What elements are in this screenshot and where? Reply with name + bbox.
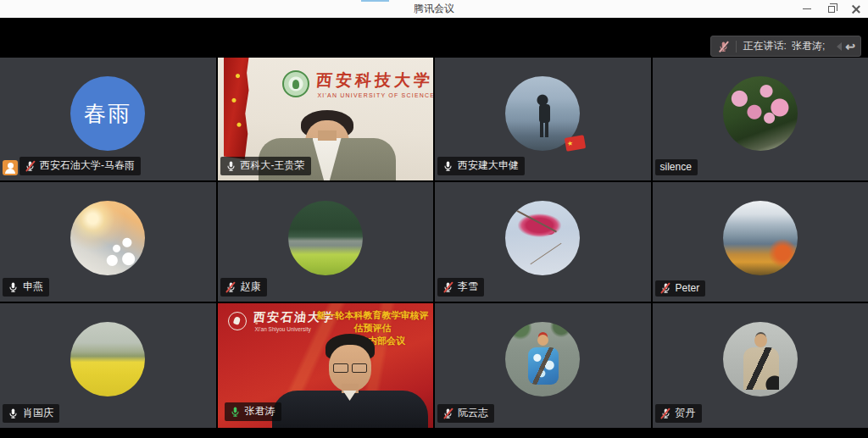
mic-on-icon <box>8 281 19 293</box>
photo-avatar <box>723 201 798 275</box>
university-name-en: XI'AN UNIVERSITY OF SCIENCE AND TECHNOLO… <box>318 92 434 98</box>
participant-tile-peter[interactable]: Peter <box>653 182 868 302</box>
nameplate: 西科大-王贵荣 <box>220 157 311 175</box>
participant-tile-hedan[interactable]: 贺丹 <box>653 303 868 428</box>
photo-avatar <box>505 322 580 396</box>
mic-on-icon <box>225 160 236 172</box>
host-badge-icon <box>3 160 18 175</box>
university-logo <box>282 70 309 97</box>
video-grid: 春雨 西安石油大学-马春雨 西安科技大学 XI'AN UNIVERSITY OF… <box>0 58 868 428</box>
photo-avatar <box>288 201 363 275</box>
participant-tile-ruanyunzhi[interactable]: 阮云志 <box>435 303 651 428</box>
minimize-button[interactable] <box>794 0 819 18</box>
mic-on-icon <box>8 408 19 419</box>
nameplate: 申燕 <box>3 278 49 297</box>
participant-tile-xiaoguoqing[interactable]: 肖国庆 <box>0 303 216 428</box>
participant-name: 西安石油大学-马春雨 <box>40 158 135 173</box>
participant-tile-machunyu[interactable]: 春雨 西安石油大学-马春雨 <box>0 58 216 180</box>
initials-avatar: 春雨 <box>70 76 145 151</box>
participant-name: 贺丹 <box>676 406 696 420</box>
participant-name: 西科大-王贵荣 <box>241 158 305 173</box>
participant-tile-zhaokang[interactable]: 赵康 <box>218 182 434 302</box>
photo-avatar <box>723 76 798 151</box>
photo-avatar <box>723 322 798 396</box>
nameplate: 西安建大申健 <box>437 157 525 175</box>
speaking-text: 正在讲话:张君涛; <box>743 39 826 53</box>
university-name-en: Xi'an Shiyou University <box>255 326 311 332</box>
speaker-name: 张君涛; <box>792 40 825 52</box>
close-icon <box>852 5 860 14</box>
nameplate: silence <box>655 159 698 175</box>
nameplate: 赵康 <box>220 278 267 297</box>
divider <box>736 41 737 53</box>
mic-muted-icon <box>442 281 453 293</box>
restore-icon <box>828 6 835 13</box>
mic-muted-icon <box>25 160 36 172</box>
mic-muted-icon <box>660 282 671 294</box>
participant-tile-shenyan[interactable]: 申燕 <box>0 182 216 302</box>
participant-tile-silence[interactable]: silence <box>653 58 868 180</box>
participant-name: 肖国庆 <box>23 406 53 420</box>
close-button[interactable] <box>843 0 868 18</box>
minimize-icon <box>803 8 811 10</box>
participant-name: 申燕 <box>23 280 43 294</box>
speaking-indicator[interactable]: 正在讲话:张君涛; ↩ <box>710 36 861 57</box>
china-flag-backdrop <box>224 58 249 159</box>
participant-name: Peter <box>676 282 700 294</box>
curved-arrow-icon[interactable]: ↩ <box>845 41 855 53</box>
participant-name: 李雪 <box>458 280 478 294</box>
participant-name: silence <box>660 161 692 173</box>
mic-icon <box>718 41 729 53</box>
photo-avatar <box>70 201 145 275</box>
participant-tile-lixue[interactable]: 李雪 <box>435 182 651 302</box>
mic-muted-icon <box>660 408 671 419</box>
window-title: 腾讯会议 <box>0 0 868 18</box>
person-body <box>272 391 428 428</box>
chevron-left-icon[interactable] <box>837 42 842 51</box>
china-flag-badge-icon <box>564 135 585 152</box>
university-logo <box>228 312 247 330</box>
nameplate: 张君涛 <box>225 402 281 421</box>
nameplate: 阮云志 <box>437 404 494 423</box>
photo-avatar <box>70 322 145 396</box>
mic-muted-icon <box>442 408 453 419</box>
meeting-title-line1: 新一轮本科教育教学审核评估预评估 <box>317 310 429 333</box>
nameplate: Peter <box>655 280 706 297</box>
mic-speaking-icon <box>230 406 241 418</box>
window-controls <box>794 0 868 18</box>
nameplate: 肖国庆 <box>3 404 59 423</box>
nameplate: 李雪 <box>437 278 484 297</box>
participant-name: 张君涛 <box>245 404 275 419</box>
nameplate: 贺丹 <box>655 404 702 423</box>
participant-tile-zhangjuntao[interactable]: 西安石油大学 Xi'an Shiyou University 新一轮本科教育教学… <box>218 303 434 428</box>
university-name: 西安科技大学 <box>314 69 433 91</box>
mic-muted-icon <box>225 281 236 293</box>
restore-button[interactable] <box>819 0 843 18</box>
nameplate: 西安石油大学-马春雨 <box>19 157 141 175</box>
participant-tile-shenjian[interactable]: 西安建大申健 <box>435 58 651 180</box>
title-bar: 腾讯会议 <box>0 0 868 18</box>
mic-on-icon <box>442 160 453 172</box>
participant-name: 阮云志 <box>458 406 488 420</box>
participant-tile-wangguirong[interactable]: 西安科技大学 XI'AN UNIVERSITY OF SCIENCE AND T… <box>218 58 434 180</box>
participant-name: 赵康 <box>241 280 261 294</box>
bottom-bar <box>0 428 868 438</box>
speaking-label: 正在讲话: <box>743 40 787 52</box>
photo-avatar <box>505 201 580 275</box>
participant-name: 西安建大申健 <box>458 158 519 173</box>
